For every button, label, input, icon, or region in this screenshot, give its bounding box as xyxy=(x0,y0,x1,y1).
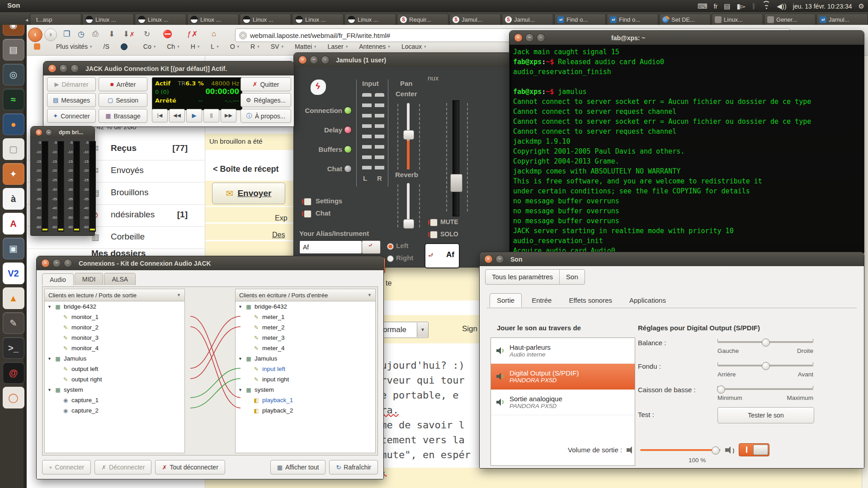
play-icon[interactable]: ▶ xyxy=(186,109,202,122)
tab[interactable]: Applications xyxy=(622,293,673,307)
bookmark-item[interactable]: /S xyxy=(101,43,112,50)
adblock-icon[interactable]: ⛔ xyxy=(163,29,172,39)
port-tree-row[interactable]: playback_2 xyxy=(236,405,375,416)
browser-tab[interactable]: Requir... xyxy=(397,14,448,25)
browser-tab[interactable]: Gener... xyxy=(764,14,816,25)
port-tree-row[interactable]: meter_1 xyxy=(236,312,375,322)
messages-button[interactable]: ▤Messages xyxy=(47,93,96,107)
device-row[interactable]: Digital Output (S/PDIF)PANDORA PX5D xyxy=(491,364,635,389)
left-radio[interactable] xyxy=(387,243,394,250)
connect-button[interactable]: ✦Connecter xyxy=(47,109,96,123)
bookmark-item[interactable]: H ▾ xyxy=(189,43,200,50)
reload-icon[interactable]: ↻ xyxy=(144,29,150,39)
solo-checkbox[interactable] xyxy=(430,231,438,239)
tab[interactable]: ALSA xyxy=(104,273,136,285)
launcher-icon[interactable]: >_ xyxy=(3,337,24,359)
test-sound-button[interactable]: Tester le son xyxy=(717,407,814,423)
pause-icon[interactable]: || xyxy=(203,109,219,122)
browser-tab[interactable]: Find o... xyxy=(607,14,658,25)
minimize-icon[interactable]: – xyxy=(59,64,68,73)
volume-icon[interactable]: ◀)) xyxy=(777,2,787,10)
forward-icon[interactable]: ▶▶ xyxy=(221,109,236,122)
download-icon[interactable]: ⬇ xyxy=(108,29,115,39)
terminal-titlebar[interactable]: ✕ – ▫ fab@xps: ~ xyxy=(509,31,864,45)
alias-input[interactable]: Af xyxy=(299,240,362,254)
minimize-icon[interactable]: – xyxy=(495,255,504,263)
chat-checkbox[interactable] xyxy=(304,210,311,218)
settings-checkbox[interactable] xyxy=(304,198,311,206)
bluetooth-icon[interactable]: ᛒ xyxy=(752,2,756,10)
mute-checkbox[interactable] xyxy=(430,219,438,226)
channel-fader[interactable] xyxy=(453,100,459,216)
output-ports-header[interactable]: Clients en lecture / Ports de sortie▼ xyxy=(45,289,184,301)
bookmark-item[interactable]: Co ▾ xyxy=(141,43,156,50)
jack-titlebar[interactable]: ✕ – ▫ JACK Audio Connection Kit [(par dé… xyxy=(43,61,294,75)
port-tree-row[interactable]: ▼ system xyxy=(45,385,184,395)
minimize-icon[interactable]: – xyxy=(310,56,318,64)
launcher-icon[interactable]: V2 xyxy=(3,263,24,284)
port-tree-row[interactable]: playback_1 xyxy=(236,395,375,405)
browser-tab[interactable]: Linux ... xyxy=(82,14,134,25)
keyboard-layout-label[interactable]: fr xyxy=(714,3,718,10)
close-icon[interactable]: ✕ xyxy=(35,129,42,136)
minimize-icon[interactable]: – xyxy=(45,129,52,136)
maximize-icon[interactable]: ▫ xyxy=(71,64,79,73)
slider-track[interactable] xyxy=(717,365,813,366)
slider-track[interactable] xyxy=(717,341,813,343)
bookmark-item[interactable]: Locaux ▾ xyxy=(399,43,426,50)
port-tree-row[interactable]: ▼ system xyxy=(236,385,375,395)
disconnect-all-button[interactable]: ✗Tout déconnecter xyxy=(155,460,225,474)
port-tree-row[interactable]: monitor_4 xyxy=(45,343,184,353)
browser-tab[interactable]: Jamul... xyxy=(502,14,553,25)
bookmark-item[interactable]: Mattei ▾ xyxy=(292,43,316,50)
battery-icon[interactable]: ▮▻ xyxy=(736,2,745,10)
back-button[interactable]: ‹ xyxy=(28,28,42,42)
forward-button[interactable]: › xyxy=(44,28,57,41)
all-settings-button[interactable]: Tous les paramètres xyxy=(486,270,560,284)
volume-knob[interactable] xyxy=(712,446,720,455)
device-row[interactable]: Sortie analogiquePANDORA PX5D xyxy=(491,389,635,415)
browser-tab[interactable]: Linux ... xyxy=(292,14,344,25)
browser-tab[interactable]: Set DE... xyxy=(659,14,711,25)
slider-track[interactable] xyxy=(717,388,813,390)
tab[interactable]: Sortie xyxy=(490,293,522,307)
bookmark-item[interactable]: Ch ▾ xyxy=(165,43,179,50)
launcher-icon[interactable]: ≈ xyxy=(3,89,24,110)
port-tree-row[interactable]: input right xyxy=(236,374,375,385)
tab[interactable]: Effets sonores xyxy=(561,293,619,307)
rewind-start-icon[interactable]: |◀ xyxy=(152,109,168,122)
flashblock-icon[interactable]: ƒ✗ xyxy=(187,29,198,39)
sound-titlebar[interactable]: ✕ – Son xyxy=(480,252,864,266)
slider-knob[interactable] xyxy=(717,385,725,394)
clock[interactable]: jeu. 13 févr. 10:23:34 xyxy=(793,3,852,10)
maximize-icon[interactable]: ▫ xyxy=(64,259,72,267)
to-label[interactable]: Des xyxy=(272,231,285,239)
patchbay-button[interactable]: ▦Brassage xyxy=(99,109,147,123)
keyboard-icon[interactable]: ⌨ xyxy=(698,2,708,10)
setup-button[interactable]: ⚙Réglages... xyxy=(241,93,291,107)
browser-tab[interactable]: t...asp xyxy=(30,14,81,25)
tab[interactable]: Audio xyxy=(42,273,74,286)
expand-all-button[interactable]: ▦Afficher tout xyxy=(270,460,326,474)
port-tree-row[interactable]: input left xyxy=(236,364,375,374)
back-to-inbox-link[interactable]: < Boîte de récept xyxy=(213,164,279,174)
breadcrumb[interactable]: Tous les paramètres Son xyxy=(485,269,585,285)
connections-titlebar[interactable]: ✕ – ▫ Connexions - Kit de Connexion Audi… xyxy=(37,256,383,270)
terminal-body[interactable]: Jack main caught signal 15fab@xps:~$ Rel… xyxy=(509,45,864,253)
connect-button[interactable]: +Connecter xyxy=(42,460,91,474)
slider-knob[interactable] xyxy=(762,338,770,347)
browser-tab[interactable]: Jamul... xyxy=(816,14,868,25)
bookmark-item[interactable] xyxy=(34,43,45,50)
launcher-icon[interactable]: ● xyxy=(3,113,24,135)
about-button[interactable]: ⓘÀ propos... xyxy=(241,109,291,123)
text-size-dropdown[interactable]: ormale ▼ xyxy=(379,322,429,338)
send-button[interactable]: ✉ Envoyer xyxy=(212,183,285,204)
download-stop-icon[interactable]: ⬇✗ xyxy=(123,29,135,39)
launcher-icon[interactable]: ▲ xyxy=(3,287,24,309)
wifi-icon[interactable] xyxy=(762,4,770,9)
port-tree-row[interactable]: ▼ bridge-6432 xyxy=(236,301,375,312)
launcher-icon[interactable]: ▤ xyxy=(3,39,24,61)
history-icon[interactable]: ◷ xyxy=(78,29,85,39)
bookmark-item[interactable] xyxy=(121,43,132,50)
tab[interactable]: MIDI xyxy=(75,273,104,285)
